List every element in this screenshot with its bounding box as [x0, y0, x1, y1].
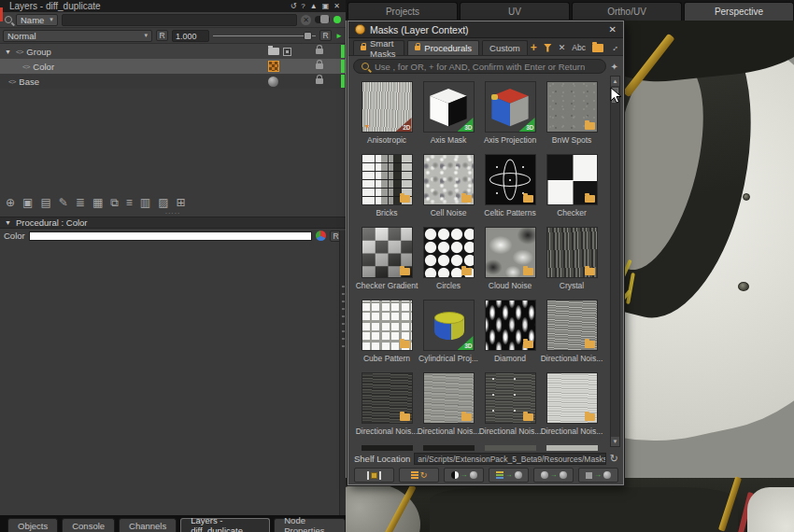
masks-dialog-titlebar[interactable]: Masks (Layer Context) ✕ [348, 21, 623, 38]
color-swatch[interactable] [29, 231, 312, 241]
mask-item-crystal[interactable]: Crystal [543, 227, 601, 290]
masks-search-input[interactable]: Use , for OR, + for AND, Confirm with En… [353, 59, 606, 74]
stack-to-sphere-button[interactable]: → [489, 468, 529, 483]
filter-field-dropdown[interactable]: Name ▾ [16, 14, 58, 26]
lock-icon[interactable] [316, 78, 323, 84]
text-search-icon[interactable]: Abc [572, 43, 586, 52]
mask-thumbnail[interactable] [546, 372, 598, 424]
close-dialog-icon[interactable]: ✕ [609, 24, 617, 35]
tab-ortho-uv[interactable]: Ortho/UV [572, 2, 682, 21]
add-procedural-icon[interactable]: ▣ [22, 196, 33, 209]
tab-procedurals[interactable]: Procedurals [407, 40, 479, 55]
reload-stack-button[interactable]: ↻ [399, 468, 439, 483]
filter-icon[interactable] [544, 44, 552, 52]
color-picker-icon[interactable] [316, 231, 326, 241]
mask-item-cell-noise[interactable]: Cell Noise [419, 154, 477, 217]
mask-item-axis-mask[interactable]: 3D Axis Mask [419, 81, 477, 145]
add-adjustment-icon[interactable]: ▤ [40, 196, 50, 209]
mask-item-directional-noise-4[interactable]: Directional Nois... [481, 372, 539, 436]
shelf-strip-button[interactable] [354, 468, 394, 483]
clear-filter-icon[interactable]: ✕ [301, 15, 311, 25]
filter-toggle[interactable] [315, 16, 330, 23]
mask-item-axis-projection[interactable]: 3D Axis Projection [481, 81, 539, 145]
tab-objects[interactable]: Objects [7, 518, 58, 532]
mask-thumbnail[interactable] [485, 154, 536, 205]
shelf-location-path-field[interactable]: ari/Scripts/ExtensionPack_5_Beta9/Resour… [414, 453, 606, 465]
layer-filter-input[interactable] [62, 14, 297, 26]
mask-thumbnail[interactable]: 3D [423, 300, 475, 351]
mask-thumbnail[interactable] [362, 227, 413, 278]
mask-thumbnail[interactable] [362, 154, 413, 205]
splitter-grip[interactable] [342, 282, 345, 347]
tab-channels[interactable]: Channels [119, 518, 177, 532]
mask-item-circles[interactable]: Circles [419, 227, 477, 290]
layer-row-color-selected[interactable]: <> Color [0, 59, 346, 74]
lock-icon[interactable] [316, 63, 323, 69]
reset-blend-button[interactable]: R [156, 30, 168, 41]
add-image-layer-icon[interactable]: ▦ [92, 196, 103, 209]
layer-row-group[interactable]: ▼ <> Group [0, 44, 346, 59]
masks-scrollbar[interactable]: ▲ ▼ [610, 76, 620, 447]
mask-item-cylindrical-projection[interactable]: 3D Cylindrical Proj... [419, 300, 477, 363]
mask-item-bnw-spots[interactable]: BnW Spots [543, 81, 601, 145]
mask-thumbnail[interactable] [485, 372, 536, 424]
layer-row-base[interactable]: <> Base [0, 74, 346, 89]
group-mask-icon[interactable] [283, 48, 291, 56]
mask-thumbnail[interactable] [546, 227, 598, 278]
blend-amount-slider[interactable] [213, 30, 316, 41]
mask-item-celtic-patterns[interactable]: Celtic Patterns [481, 154, 539, 217]
close-panel-icon[interactable]: ✕ [333, 2, 340, 10]
mask-thumbnail[interactable] [423, 227, 475, 278]
add-shelf-icon[interactable]: + [531, 43, 537, 52]
scroll-up-icon[interactable]: ▲ [611, 77, 619, 86]
mask-thumbnail[interactable] [546, 154, 598, 205]
mask-to-sphere-button[interactable]: → [444, 468, 484, 483]
lock-icon[interactable] [316, 49, 323, 54]
mask-item-directional-noise-1[interactable]: Directional Nois... [543, 300, 601, 363]
tab-node-properties[interactable]: Node Properties [274, 518, 346, 532]
procedural-section-header[interactable]: ▼ Procedural : Color [0, 217, 346, 229]
mask-item-directional-noise-2[interactable]: Directional Nois... [358, 372, 416, 436]
reset-amount-button[interactable]: R [319, 30, 332, 41]
mask-thumbnail[interactable] [546, 81, 598, 133]
expander-icon[interactable]: ▼ [5, 49, 12, 55]
remove-layer-icon[interactable]: ▨ [158, 196, 168, 209]
undo-icon[interactable]: ↺ [291, 2, 297, 10]
blend-mode-dropdown[interactable]: Normal ▾ [3, 30, 152, 42]
expand-dialog-icon[interactable]: ↔ [608, 41, 620, 53]
help-icon[interactable]: ? [301, 2, 305, 10]
panel-splitter[interactable] [339, 231, 346, 515]
blend-amount-field[interactable]: 1.000 [172, 30, 209, 42]
mask-item-directional-noise-5[interactable]: Directional Nois... [543, 372, 601, 436]
mask-item-cube-pattern[interactable]: Cube Pattern [358, 300, 416, 363]
mask-thumbnail[interactable]: 3D [485, 81, 536, 133]
refresh-shelf-icon[interactable]: ↻ [610, 454, 618, 464]
add-channel-layer-icon[interactable]: ≣ [76, 196, 85, 209]
mask-item-anisotropic[interactable]: 2D Anisotropic [358, 81, 416, 145]
mask-thumbnail[interactable] [423, 372, 475, 424]
mask-thumbnail[interactable] [362, 300, 413, 351]
tab-smart-masks[interactable]: Smart Masks [353, 40, 404, 55]
float-panel-icon[interactable]: ▣ [322, 2, 330, 10]
mask-item-checker[interactable]: Checker [543, 154, 601, 217]
merge-layers-icon[interactable]: ≡ [126, 196, 133, 209]
group-layers-icon[interactable]: ▥ [140, 196, 150, 209]
add-graph-layer-icon[interactable]: ✎ [59, 196, 68, 209]
procedural-thumbnail-icon[interactable] [268, 61, 279, 72]
mask-thumbnail[interactable]: 3D [423, 81, 475, 133]
mask-item-diamond[interactable]: Diamond [481, 300, 539, 363]
layer-grid-icon[interactable]: ⊞ [177, 196, 186, 209]
scroll-down-icon[interactable]: ▼ [611, 437, 619, 446]
mask-item-directional-noise-3[interactable]: Directional Nois... [419, 372, 477, 436]
mask-item-bricks[interactable]: Bricks [358, 154, 416, 217]
mask-thumbnail[interactable] [485, 300, 536, 351]
search-options-icon[interactable]: ✦ [611, 62, 618, 72]
mask-thumbnail[interactable] [362, 372, 413, 424]
tab-layers[interactable]: Layers - diff_duplicate [180, 518, 270, 532]
tab-custom[interactable]: Custom [482, 40, 528, 55]
mask-thumbnail[interactable] [423, 154, 475, 205]
collapse-icon[interactable]: ▼ [5, 219, 11, 226]
mask-item-checker-gradient[interactable]: Checker Gradient [358, 227, 416, 290]
slider-handle[interactable] [304, 32, 312, 40]
sphere-to-sphere-button[interactable]: → [533, 468, 574, 483]
